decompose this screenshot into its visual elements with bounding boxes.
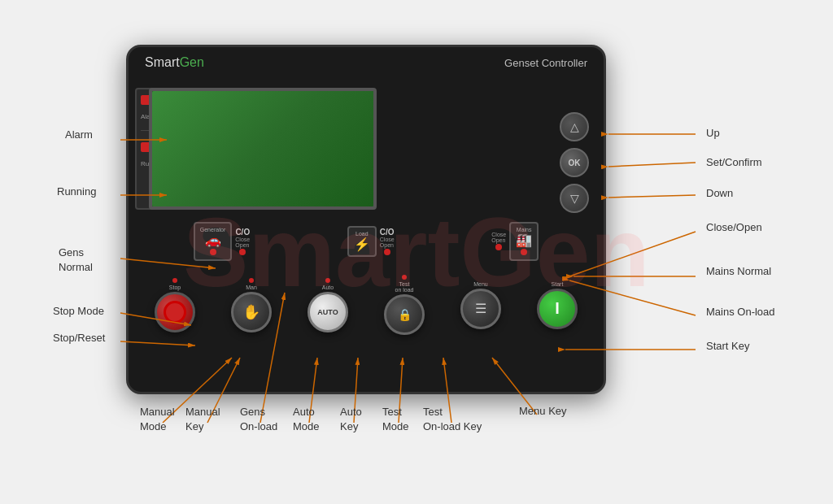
- generator-icon: 🚗: [205, 232, 221, 248]
- load-co-led: [384, 249, 390, 255]
- ok-button[interactable]: OK: [560, 148, 589, 177]
- auto-group: Auto AUTO: [307, 278, 348, 332]
- gen-close-open: CloseOpen: [235, 237, 250, 248]
- ann-gens-onload: GensOn-load: [240, 405, 277, 434]
- menu-label: Menu: [473, 281, 488, 287]
- brand-logo: SmartGen: [145, 55, 204, 70]
- gen-co-label: C/O: [235, 228, 250, 237]
- start-symbol: I: [555, 299, 560, 318]
- test-led: [402, 275, 407, 280]
- ann-start-key: Start Key: [706, 340, 749, 352]
- lcd-screen: [149, 88, 377, 210]
- ok-text: OK: [569, 159, 581, 167]
- ann-gens-normal: GensNormal: [59, 245, 93, 275]
- generator-contactor-box: Generator 🚗: [194, 222, 233, 261]
- menu-group: Menu ☰: [460, 281, 501, 329]
- test-label: Teston load: [395, 281, 414, 293]
- ann-stop-reset: Stop/Reset: [53, 332, 105, 344]
- manual-button[interactable]: ✋: [231, 292, 272, 332]
- ann-up: Up: [706, 127, 720, 139]
- ann-mains-normal: Mains Normal: [706, 265, 771, 277]
- gen-co-led: [239, 249, 246, 255]
- auto-button[interactable]: AUTO: [307, 292, 348, 332]
- nav-buttons: △ OK ▽: [560, 112, 589, 213]
- controller-device: SmartGen Genset Controller ⏸ Alarm 🔔 Run…: [126, 45, 606, 394]
- ann-down: Down: [706, 187, 733, 199]
- brand-gen: Gen: [180, 55, 204, 69]
- ann-alarm: Alarm: [65, 128, 93, 141]
- svg-line-17: [608, 195, 696, 198]
- lcd-display: [152, 91, 373, 206]
- mains-contactor-group: CloseOpen Mains 🏭: [491, 222, 539, 261]
- contactor-row: Generator 🚗 C/O CloseOpen Load ⚡ C/O Clo…: [137, 222, 595, 261]
- ann-auto-mode: AutoMode: [293, 405, 320, 434]
- load-co-label: C/O: [380, 228, 395, 237]
- load-contactor-box: Load ⚡: [347, 226, 377, 257]
- load-close-open: CloseOpen: [380, 237, 395, 248]
- start-group: Start I: [537, 281, 578, 329]
- generator-contactor-group: Generator 🚗 C/O CloseOpen: [194, 222, 250, 261]
- ann-test-mode: TestMode: [382, 405, 409, 434]
- man-label: Man: [246, 285, 257, 290]
- ann-auto-key: AutoKey: [340, 405, 362, 434]
- down-button[interactable]: ▽: [560, 184, 589, 213]
- load-icon: ⚡: [354, 237, 370, 252]
- ann-mains-onload: Mains On-load: [706, 306, 775, 318]
- mains-icon: 🏭: [516, 232, 532, 248]
- gen-led: [210, 249, 216, 255]
- mains-label: Mains: [517, 227, 532, 232]
- auto-led: [325, 278, 330, 283]
- auto-label: Auto: [322, 285, 334, 290]
- up-button[interactable]: △: [560, 112, 589, 141]
- svg-line-16: [608, 163, 696, 167]
- load-label: Load: [355, 231, 369, 237]
- main-buttons-row: Stop Man ✋ Auto AUTO Teston load 🔒: [137, 275, 595, 335]
- stop-led: [172, 278, 177, 283]
- stop-button-inner: [164, 301, 186, 324]
- ann-running: Running: [57, 185, 96, 198]
- brand-smart: Smart: [145, 55, 180, 69]
- auto-text: AUTO: [317, 308, 338, 316]
- menu-button[interactable]: ☰: [460, 289, 501, 329]
- load-contactor-group: Load ⚡ C/O CloseOpen: [347, 226, 395, 257]
- ann-menu-key: Menu Key: [519, 405, 567, 417]
- generator-label: Generator: [200, 227, 226, 232]
- test-group: Teston load 🔒: [384, 275, 425, 335]
- mains-co-led: [495, 244, 502, 250]
- start-label: Start: [552, 281, 564, 287]
- mains-contactor-box: Mains 🏭: [509, 222, 539, 261]
- stop-button[interactable]: [155, 292, 195, 332]
- mains-close-open: CloseOpen: [491, 232, 506, 243]
- stop-mode-label: Stop: [169, 285, 181, 290]
- test-button[interactable]: 🔒: [384, 294, 425, 335]
- manual-group: Man ✋: [231, 278, 272, 332]
- ann-manual-mode: ManualMode: [140, 405, 175, 434]
- ann-close-open: Close/Open: [706, 221, 762, 233]
- start-button[interactable]: I: [537, 289, 578, 329]
- ann-set-confirm: Set/Confirm: [706, 156, 762, 168]
- mains-led: [521, 249, 527, 255]
- controller-header: SmartGen Genset Controller: [129, 55, 604, 70]
- ann-manual-key: ManualKey: [185, 405, 220, 434]
- stop-group: Stop: [155, 278, 195, 332]
- ann-stop-mode: Stop Mode: [53, 305, 104, 317]
- ann-test-onload: TestOn-load Key: [423, 405, 482, 434]
- device-title: Genset Controller: [504, 57, 587, 69]
- man-led: [249, 278, 254, 283]
